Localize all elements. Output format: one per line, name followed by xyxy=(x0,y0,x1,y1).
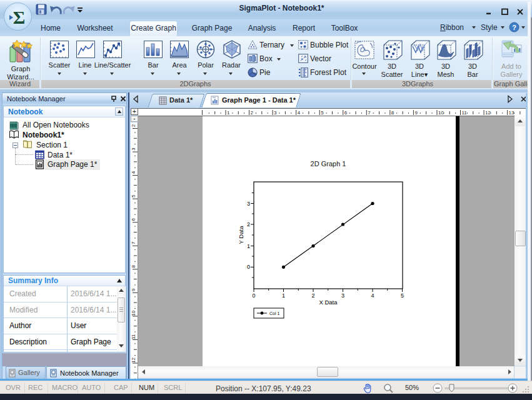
svg-text:5: 5 xyxy=(401,292,404,299)
svg-text:2: 2 xyxy=(251,110,254,116)
svg-text:11: 11 xyxy=(131,334,136,339)
svg-text:4: 4 xyxy=(298,110,301,116)
svg-text:5: 5 xyxy=(321,110,324,116)
svg-text:8: 8 xyxy=(131,265,136,268)
svg-text:9: 9 xyxy=(414,110,418,116)
svg-text:4: 4 xyxy=(131,171,136,174)
svg-text:11: 11 xyxy=(462,110,468,116)
svg-text:X Data: X Data xyxy=(319,299,338,306)
svg-text:12: 12 xyxy=(485,110,491,116)
svg-text:1: 1 xyxy=(247,243,250,249)
svg-text:12: 12 xyxy=(131,358,136,363)
svg-text:1: 1 xyxy=(227,110,230,116)
svg-text:3: 3 xyxy=(274,110,277,116)
svg-text:10: 10 xyxy=(438,110,444,116)
svg-text:6: 6 xyxy=(131,218,136,221)
svg-text:3: 3 xyxy=(341,292,344,299)
svg-text:?: ? xyxy=(512,24,516,31)
svg-text:9: 9 xyxy=(131,288,136,291)
svg-text:0: 0 xyxy=(247,264,250,270)
svg-text:3: 3 xyxy=(247,201,250,207)
svg-text:2: 2 xyxy=(131,124,136,127)
svg-text:2: 2 xyxy=(247,221,250,228)
svg-text:8: 8 xyxy=(391,110,394,116)
svg-text:7: 7 xyxy=(368,110,371,116)
svg-text:3: 3 xyxy=(131,148,136,151)
svg-text:2: 2 xyxy=(311,292,314,299)
svg-text:Col 1: Col 1 xyxy=(269,311,279,316)
svg-text:5: 5 xyxy=(131,194,136,198)
svg-text:4: 4 xyxy=(371,292,374,299)
svg-text:13: 13 xyxy=(509,110,514,116)
svg-text:0: 0 xyxy=(252,292,255,299)
svg-text:Y Data: Y Data xyxy=(238,226,244,244)
svg-text:1: 1 xyxy=(282,292,285,299)
svg-text:7: 7 xyxy=(131,241,136,244)
svg-text:10: 10 xyxy=(131,310,136,316)
svg-text:6: 6 xyxy=(344,110,348,116)
